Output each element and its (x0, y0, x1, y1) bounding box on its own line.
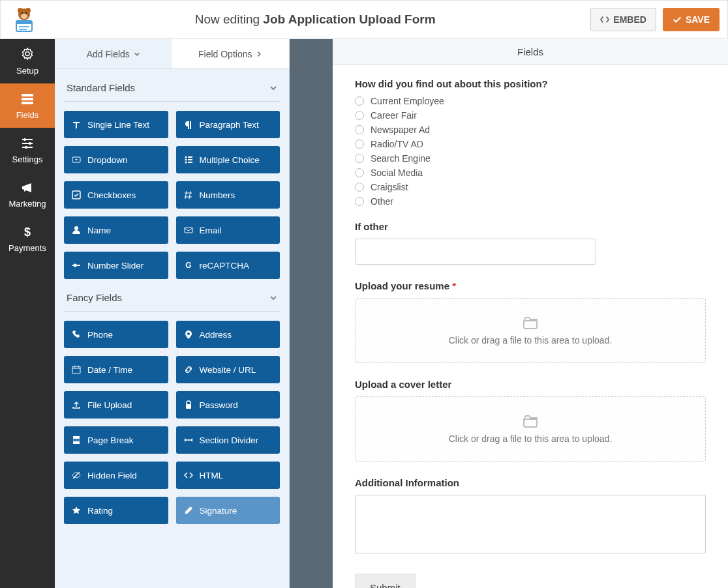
field-numbers[interactable]: Numbers (176, 181, 281, 209)
svg-rect-33 (73, 436, 80, 439)
app-logo (8, 4, 40, 35)
svg-point-19 (185, 156, 187, 158)
user-icon (72, 226, 81, 235)
field-checkboxes[interactable]: Checkboxes (64, 181, 168, 209)
radio-option[interactable]: Social Media (355, 168, 706, 178)
lock-icon (184, 400, 193, 409)
question-label: How did you find out about this position… (355, 78, 706, 89)
top-bar: Now editing Job Application Upload Form … (0, 0, 728, 39)
svg-point-10 (25, 51, 29, 55)
tab-field-options[interactable]: Field Options (172, 39, 290, 68)
svg-rect-20 (188, 156, 192, 158)
radio-option[interactable]: Radio/TV AD (355, 139, 706, 149)
field-multiple-choice[interactable]: Multiple Choice (176, 146, 281, 173)
divider-icon (184, 435, 193, 445)
field-address[interactable]: Address (176, 321, 281, 348)
fields-panel: Add Fields Field Options Standard Fields… (55, 39, 290, 588)
field-hidden-field[interactable]: Hidden Field (64, 462, 168, 489)
nav-payments[interactable]: $Payments (0, 216, 55, 261)
svg-point-5 (25, 12, 27, 14)
svg-point-4 (22, 12, 23, 14)
field-number-slider[interactable]: Number Slider (64, 252, 168, 279)
radio-option[interactable]: Career Fair (355, 110, 706, 121)
chevron-down-icon (269, 84, 277, 92)
panel-header: Fields (333, 39, 728, 65)
form-canvas: How did you find out about this position… (333, 65, 728, 588)
radio-icon (355, 154, 364, 163)
calendar-icon (72, 365, 81, 374)
field-website-url[interactable]: Website / URL (176, 356, 281, 383)
field-phone[interactable]: Phone (64, 321, 168, 348)
phone-icon (72, 330, 81, 339)
nav-marketing[interactable]: Marketing (0, 172, 55, 216)
if-other-input[interactable] (355, 239, 596, 265)
slider-icon (72, 261, 81, 270)
nav-fields[interactable]: Fields (0, 83, 55, 128)
radio-icon (355, 111, 364, 120)
nav-setup[interactable]: Setup (0, 39, 55, 83)
page-title: Now editing Job Application Upload Form (40, 12, 590, 27)
marker-icon (184, 330, 193, 339)
radio-option[interactable]: Current Employee (355, 96, 706, 106)
side-nav: SetupFieldsSettingsMarketing$Payments (0, 39, 55, 588)
resume-upload[interactable]: Click or drag a file to this area to upl… (355, 298, 706, 363)
fields-icon (20, 92, 35, 106)
sliders-icon (20, 136, 35, 151)
svg-text:G: G (185, 261, 191, 270)
field-page-break[interactable]: Page Break (64, 426, 168, 454)
field-name[interactable]: Name (64, 216, 168, 244)
code-icon (600, 15, 609, 24)
svg-rect-12 (22, 98, 33, 100)
field-signature[interactable]: Signature (176, 497, 281, 524)
radio-icon (355, 96, 364, 106)
radio-option[interactable]: Other (355, 196, 706, 207)
cover-label: Upload a cover letter (355, 379, 706, 390)
radio-option[interactable]: Newspaper Ad (355, 125, 706, 135)
canvas-gutter (290, 39, 333, 588)
svg-rect-13 (22, 102, 33, 104)
radio-icon (355, 183, 364, 192)
svg-rect-31 (72, 366, 80, 374)
nav-settings[interactable]: Settings (0, 128, 55, 172)
tab-add-fields[interactable]: Add Fields (55, 39, 172, 68)
upload-icon (72, 400, 81, 409)
resume-label: Upload your resume * (355, 280, 706, 291)
star-icon (72, 506, 81, 515)
field-rating[interactable]: Rating (64, 497, 168, 524)
svg-point-26 (74, 226, 78, 230)
dropdown-icon (72, 155, 81, 164)
field-paragraph-text[interactable]: Paragraph Text (176, 111, 281, 138)
group-standard-fields[interactable]: Standard Fields (64, 69, 280, 102)
group-fancy-fields[interactable]: Fancy Fields (64, 279, 280, 312)
bullhorn-icon (20, 181, 35, 195)
text-icon (72, 120, 81, 129)
svg-point-21 (185, 159, 187, 161)
svg-rect-34 (73, 441, 80, 444)
svg-rect-11 (22, 94, 33, 96)
field-email[interactable]: Email (176, 216, 281, 244)
radio-option[interactable]: Search Engine (355, 153, 706, 164)
submit-button[interactable]: Submit (355, 574, 416, 588)
field-date-time[interactable]: Date / Time (64, 356, 168, 383)
dollar-icon: $ (20, 225, 35, 239)
field-recaptcha[interactable]: GreCAPTCHA (176, 252, 281, 279)
field-file-upload[interactable]: File Upload (64, 391, 168, 419)
field-password[interactable]: Password (176, 391, 281, 419)
cover-upload[interactable]: Click or drag a file to this area to upl… (355, 396, 706, 462)
info-textarea[interactable] (355, 495, 706, 553)
svg-rect-27 (185, 228, 192, 233)
embed-button[interactable]: EMBED (590, 8, 656, 31)
field-single-line-text[interactable]: Single Line Text (64, 111, 168, 138)
mail-icon (184, 226, 193, 235)
paragraph-icon (184, 120, 193, 129)
radio-icon (355, 197, 364, 206)
pencil-icon (184, 506, 193, 515)
upload-icon (522, 316, 539, 330)
field-html[interactable]: HTML (176, 462, 281, 489)
upload-icon (522, 414, 539, 428)
save-button[interactable]: SAVE (663, 8, 720, 31)
field-dropdown[interactable]: Dropdown (64, 146, 168, 173)
field-section-divider[interactable]: Section Divider (176, 426, 281, 454)
svg-point-23 (185, 162, 187, 164)
radio-option[interactable]: Craigslist (355, 182, 706, 192)
